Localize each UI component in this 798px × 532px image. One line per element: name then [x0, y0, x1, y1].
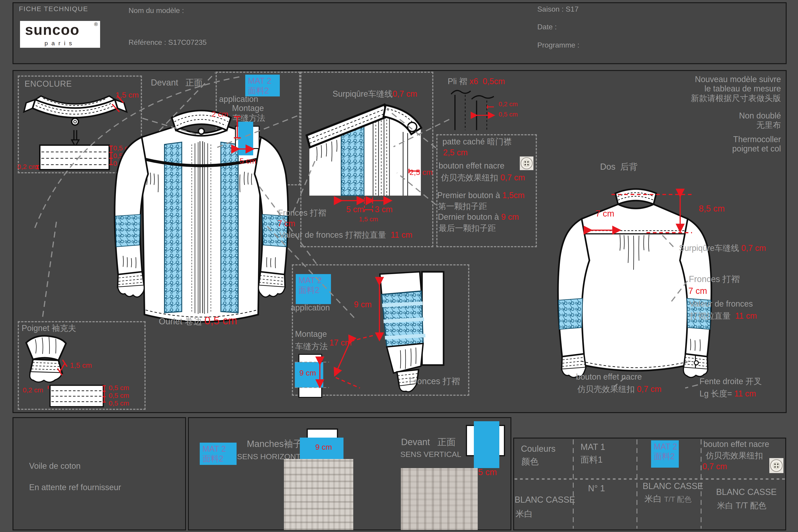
devant-swatch-dim: 5 cm — [478, 468, 497, 477]
table-r2-value: N° 1 — [588, 483, 605, 494]
manches-fabric-swatch-photo — [284, 459, 353, 530]
table-mat2-chip-text: MAT 2 面料2 — [654, 442, 677, 461]
devant-grain-diagram — [466, 421, 504, 469]
table-h-bouton-dim: 0,7 cm — [702, 462, 727, 471]
mat2-swatch-chip-text: MAT 2 面料2 — [203, 444, 226, 463]
devant-fabric-swatch-photo — [401, 468, 478, 530]
fabric-name: Voile de coton — [29, 461, 80, 471]
table-h-mat1: MAT 1 — [581, 442, 605, 452]
table-h-bouton: bouton effet nacre — [703, 439, 770, 449]
mat2-swatch-name-cn: 面料2 — [203, 454, 223, 463]
manches-dim: 9 cm — [315, 443, 332, 452]
devant-swatch-label-fr: Devant — [401, 437, 430, 447]
table-r1-color: BLANC CASSE — [515, 495, 575, 505]
table-r3-tt: T/T 配色 — [664, 495, 691, 504]
table-r1-color-cn: 米白 — [515, 509, 533, 519]
devant-swatch-label-cn: 正面 — [437, 437, 456, 447]
devant-swatch-sens: SENS VERTICAL — [400, 450, 461, 459]
table-mat2-chip: MAT 2 面料2 — [651, 440, 679, 468]
fiche-technique-page: FICHE TECHNIQUE suncoo ® paris Nom du mo… — [0, 0, 798, 532]
fabric-status: En attente ref fournisseur — [29, 483, 121, 492]
table-r4-color-cn: 米白 T/T 配色 — [717, 501, 766, 510]
mat2-swatch-name: MAT 2 — [203, 444, 226, 454]
table-r3-cn: 米白 — [644, 494, 662, 504]
fabric-info-panel — [13, 417, 186, 530]
table-h-bouton-cn: 仿贝壳效果纽扣 — [706, 451, 763, 460]
table-r4-color: BLANC CASSE — [716, 487, 777, 497]
manches-label: Manches袖子 — [247, 438, 302, 449]
table-h-mat2-cn: 面料2 — [654, 452, 675, 461]
table-h-couleurs-cn: 颜色 — [521, 457, 539, 467]
table-h-couleurs: Couleurs — [521, 444, 555, 454]
mat2-swatch-chip: MAT 2 面料2 — [200, 443, 236, 465]
table-button-photo-icon — [770, 458, 783, 473]
table-h-mat2: MAT 2 — [654, 442, 677, 451]
table-h-mat1-cn: 面料1 — [581, 455, 603, 465]
table-r3-color: BLANC CASSE — [643, 481, 703, 491]
devant-swatch-label: Devant 正面 — [401, 437, 456, 447]
table-r3-color-cn: 米白 T/T 配色 — [644, 494, 691, 504]
